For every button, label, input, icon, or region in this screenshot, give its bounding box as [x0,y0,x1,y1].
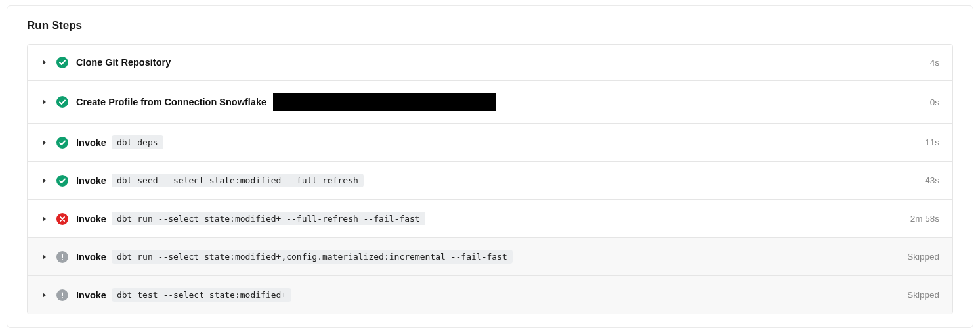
step-row[interactable]: Clone Git Repository4s [28,45,952,81]
step-duration: 2m 58s [910,214,939,224]
step-command: dbt test --select state:modified+ [112,288,291,302]
step-label: Invokedbt run --select state:modified+ -… [76,212,903,225]
step-command: dbt run --select state:modified+ --full-… [112,212,425,225]
step-label: Invokedbt test --select state:modified+ [76,288,899,302]
success-status-icon [56,57,68,68]
step-command: dbt deps [112,135,163,149]
step-duration: 4s [930,58,939,68]
step-label-text: Invoke [76,252,106,262]
step-row[interactable]: Invokedbt test --select state:modified+S… [28,276,952,314]
step-label-text: Invoke [76,176,106,186]
svg-point-2 [56,137,68,149]
step-command: dbt seed --select state:modified --full-… [112,174,364,187]
steps-list: Clone Git Repository4sCreate Profile fro… [27,44,953,314]
chevron-right-icon [41,139,49,146]
step-row[interactable]: Invokedbt run --select state:modified+,c… [28,238,952,276]
step-row[interactable]: Invokedbt deps11s [28,124,952,162]
step-command: dbt run --select state:modified+,config.… [112,250,513,264]
chevron-right-icon [41,99,49,105]
run-steps-panel: Run Steps Clone Git Repository4sCreate P… [7,5,973,328]
skipped-status-icon [56,289,68,301]
step-label-text: Invoke [76,214,106,224]
step-row[interactable]: Create Profile from Connection Snowflake… [28,81,952,124]
skipped-status-icon [56,251,68,263]
svg-rect-7 [62,259,63,260]
step-duration: 11s [925,137,939,147]
panel-title: Run Steps [7,19,973,44]
chevron-right-icon [41,177,49,184]
redacted-block [273,93,496,111]
step-duration: Skipped [907,252,939,262]
svg-rect-10 [62,297,63,298]
step-row[interactable]: Invokedbt run --select state:modified+ -… [28,200,952,238]
step-label: Clone Git Repository [76,57,922,68]
chevron-right-icon [41,216,49,222]
step-label: Create Profile from Connection Snowflake [76,93,922,111]
success-status-icon [56,137,68,149]
success-status-icon [56,96,68,108]
step-label-text: Invoke [76,290,106,300]
step-label: Invokedbt seed --select state:modified -… [76,174,917,187]
step-label: Invokedbt run --select state:modified+,c… [76,250,899,264]
svg-rect-9 [62,292,63,296]
svg-point-3 [56,175,68,187]
svg-rect-6 [62,254,63,258]
step-label-text: Create Profile from Connection Snowflake [76,97,266,107]
step-duration: Skipped [907,290,939,300]
step-label: Invokedbt deps [76,135,917,149]
step-duration: 43s [925,176,939,185]
error-status-icon [56,213,68,225]
step-row[interactable]: Invokedbt seed --select state:modified -… [28,162,952,200]
chevron-right-icon [41,292,49,298]
success-status-icon [56,175,68,187]
chevron-right-icon [41,254,49,260]
step-label-text: Invoke [76,137,106,148]
step-label-text: Clone Git Repository [76,57,171,68]
svg-point-0 [56,57,68,68]
svg-point-1 [56,96,68,108]
chevron-right-icon [41,59,49,66]
step-duration: 0s [930,97,939,107]
